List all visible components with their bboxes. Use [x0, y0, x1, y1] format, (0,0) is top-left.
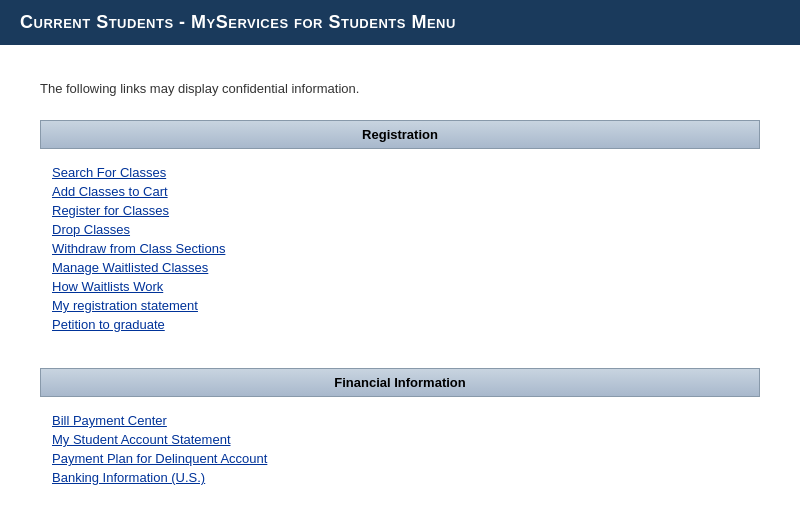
link-drop-classes[interactable]: Drop Classes: [52, 222, 748, 237]
section-links-financial-information: Bill Payment CenterMy Student Account St…: [40, 405, 760, 505]
link-search-for-classes[interactable]: Search For Classes: [52, 165, 748, 180]
link-payment-plan-for-delinquent-account[interactable]: Payment Plan for Delinquent Account: [52, 451, 748, 466]
section-registration: RegistrationSearch For ClassesAdd Classe…: [40, 120, 760, 352]
link-petition-to-graduate[interactable]: Petition to graduate: [52, 317, 748, 332]
section-header-financial-information: Financial Information: [40, 368, 760, 397]
section-links-registration: Search For ClassesAdd Classes to CartReg…: [40, 157, 760, 352]
confidential-notice: The following links may display confiden…: [40, 81, 760, 96]
link-add-classes-to-cart[interactable]: Add Classes to Cart: [52, 184, 748, 199]
link-how-waitlists-work[interactable]: How Waitlists Work: [52, 279, 748, 294]
link-bill-payment-center[interactable]: Bill Payment Center: [52, 413, 748, 428]
link-withdraw-from-class-sections[interactable]: Withdraw from Class Sections: [52, 241, 748, 256]
link-my-registration-statement[interactable]: My registration statement: [52, 298, 748, 313]
header-title: Current Students - MyServices for Studen…: [20, 12, 456, 32]
section-financial-information: Financial InformationBill Payment Center…: [40, 368, 760, 505]
sections-container: RegistrationSearch For ClassesAdd Classe…: [40, 120, 760, 505]
page-header: Current Students - MyServices for Studen…: [0, 0, 800, 45]
link-banking-information[interactable]: Banking Information (U.S.): [52, 470, 748, 485]
link-register-for-classes[interactable]: Register for Classes: [52, 203, 748, 218]
link-my-student-account-statement[interactable]: My Student Account Statement: [52, 432, 748, 447]
section-header-registration: Registration: [40, 120, 760, 149]
link-manage-waitlisted-classes[interactable]: Manage Waitlisted Classes: [52, 260, 748, 275]
main-content: The following links may display confiden…: [0, 45, 800, 532]
